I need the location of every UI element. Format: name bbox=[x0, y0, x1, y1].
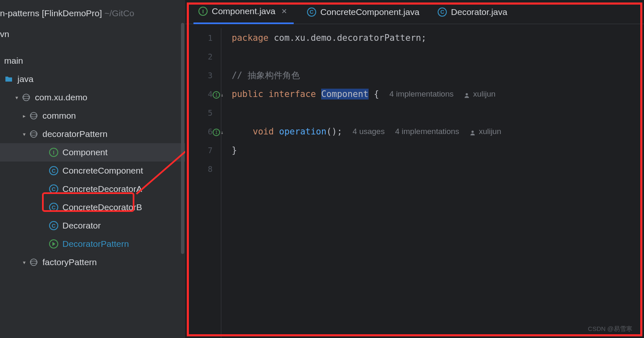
line-number[interactable]: 8 bbox=[185, 159, 221, 178]
tree-item-label: java bbox=[17, 74, 34, 84]
tree-item-component[interactable]: I Component bbox=[0, 143, 185, 162]
close-icon[interactable]: ✕ bbox=[280, 7, 289, 16]
interface-name: Component bbox=[321, 89, 369, 99]
class-icon: C bbox=[307, 7, 316, 17]
tree-item-decoratorpattern[interactable]: ▾ decoratorPattern bbox=[0, 125, 185, 143]
tree-item-pkg-root[interactable]: ▾ com.xu.demo bbox=[0, 88, 185, 107]
package-icon bbox=[29, 258, 38, 267]
svg-point-6 bbox=[30, 259, 37, 266]
svg-point-9 bbox=[466, 93, 468, 95]
tree-item-label: ConcreteDecoratorB bbox=[62, 202, 142, 212]
tree-item-decoratorpattern-class[interactable]: DecoratorPattern bbox=[0, 235, 185, 253]
tab-label: ConcreteComponent.java bbox=[320, 7, 419, 17]
code-line-6[interactable]: void operation(); 4 usages 4 implementat… bbox=[232, 122, 644, 141]
indent-line bbox=[221, 28, 221, 338]
tree-item-common[interactable]: ▸ common bbox=[0, 107, 185, 125]
keyword-void: void bbox=[253, 127, 274, 137]
tree-item-factorypattern[interactable]: ▾ factoryPattern bbox=[0, 253, 185, 271]
svg-point-4 bbox=[30, 131, 37, 137]
tree-item-java[interactable]: java bbox=[0, 70, 185, 88]
line-number[interactable]: 6 I↓ bbox=[185, 122, 221, 141]
editor-tabs: I Component.java ✕ C ConcreteComponent.j… bbox=[185, 0, 644, 24]
inlay-implementations[interactable]: 4 implementations bbox=[395, 127, 459, 136]
chevron-right-icon: ▸ bbox=[19, 113, 29, 119]
line-number[interactable]: 3 bbox=[185, 66, 221, 84]
chevron-down-icon: ▾ bbox=[12, 94, 22, 101]
chevron-down-icon: ▾ bbox=[19, 259, 29, 266]
tab-decorator[interactable]: C Decorator.java bbox=[433, 0, 512, 24]
project-path: ~/GitCo bbox=[104, 8, 134, 18]
project-root-row[interactable]: n-patterns [FlinkDemoPro] ~/GitCo bbox=[0, 4, 185, 22]
comment-text: // 抽象构件角色 bbox=[232, 70, 300, 81]
code-editor[interactable]: 1 2 3 4 I↓ 5 6 I↓ 7 8 package com.xu.dem… bbox=[185, 24, 644, 338]
svg-point-0 bbox=[23, 94, 30, 101]
project-name: n-patterns bbox=[0, 8, 40, 18]
tree-item-decorator[interactable]: C Decorator bbox=[0, 216, 185, 235]
keyword-interface: interface bbox=[269, 89, 316, 99]
interface-icon: I bbox=[198, 7, 208, 16]
module-name: [FlinkDemoPro] bbox=[42, 8, 102, 18]
code-line-7[interactable]: } bbox=[232, 141, 644, 159]
inlay-implementations[interactable]: 4 implementations bbox=[389, 89, 453, 99]
line-number[interactable]: 4 I↓ bbox=[185, 84, 221, 103]
tree-item-label: ConcreteDecoratorA bbox=[62, 184, 142, 194]
keyword-package: package bbox=[232, 33, 269, 43]
method-name: operation bbox=[279, 127, 327, 137]
tree-item[interactable]: vn bbox=[0, 25, 185, 43]
package-icon bbox=[29, 129, 38, 139]
class-icon: C bbox=[49, 184, 58, 194]
tab-component[interactable]: I Component.java ✕ bbox=[193, 0, 294, 24]
inlay-author[interactable]: xulijun bbox=[470, 127, 501, 136]
tree-item-label: com.xu.demo bbox=[35, 92, 87, 102]
tree-item-concretedecoratora[interactable]: C ConcreteDecoratorA bbox=[0, 180, 185, 198]
tree-item-label: DecoratorPattern bbox=[62, 239, 129, 249]
code-line-5[interactable] bbox=[232, 103, 644, 122]
person-icon bbox=[464, 91, 470, 97]
package-path: com.xu.demo.decoratorPattern; bbox=[269, 33, 426, 43]
watermark: CSDN @易雪寒 bbox=[588, 325, 632, 333]
parens: (); bbox=[327, 127, 342, 137]
tab-label: Component.java bbox=[212, 6, 275, 16]
line-number[interactable]: 7 bbox=[185, 141, 221, 159]
line-number[interactable]: 1 bbox=[185, 28, 221, 47]
tree-item-label: factoryPattern bbox=[42, 257, 97, 267]
svg-point-10 bbox=[471, 130, 473, 132]
code-line-4[interactable]: public interface Component { 4 implement… bbox=[232, 84, 644, 103]
package-icon bbox=[22, 93, 31, 102]
tree-item-label: common bbox=[42, 111, 76, 121]
code-line-8[interactable] bbox=[232, 159, 644, 178]
folder-icon bbox=[4, 75, 13, 84]
brace: } bbox=[232, 145, 237, 155]
tree-item-label: ConcreteComponent bbox=[62, 166, 143, 176]
runnable-class-icon bbox=[49, 239, 58, 249]
code-line-1[interactable]: package com.xu.demo.decoratorPattern; bbox=[232, 28, 644, 47]
code-content[interactable]: package com.xu.demo.decoratorPattern; //… bbox=[221, 24, 644, 338]
tree-item-label: Component bbox=[62, 147, 108, 157]
tab-concretecomponent[interactable]: C ConcreteComponent.java bbox=[302, 0, 424, 24]
svg-point-3 bbox=[30, 114, 37, 117]
project-tree: n-patterns [FlinkDemoPro] ~/GitCo vn mai… bbox=[0, 0, 185, 271]
inlay-author[interactable]: xulijun bbox=[464, 89, 495, 99]
tree-item-main[interactable]: main bbox=[0, 52, 185, 70]
keyword-public: public bbox=[232, 89, 263, 99]
inlay-usages[interactable]: 4 usages bbox=[353, 127, 385, 136]
sidebar-scrollbar[interactable] bbox=[181, 23, 184, 254]
person-icon bbox=[470, 129, 476, 134]
code-line-3[interactable]: // 抽象构件角色 bbox=[232, 66, 644, 84]
chevron-down-icon: ▾ bbox=[19, 131, 29, 137]
class-icon: C bbox=[49, 166, 58, 175]
tree-item-label: vn bbox=[0, 29, 9, 39]
tree-item-concretedecoratorb[interactable]: C ConcreteDecoratorB bbox=[0, 198, 185, 216]
package-icon bbox=[29, 111, 38, 120]
interface-icon: I bbox=[49, 148, 58, 157]
project-tree-panel: n-patterns [FlinkDemoPro] ~/GitCo vn mai… bbox=[0, 0, 185, 338]
tree-item-concretecomponent[interactable]: C ConcreteComponent bbox=[0, 162, 185, 180]
brace: { bbox=[369, 89, 379, 99]
class-icon: C bbox=[49, 203, 58, 212]
tree-item-label: decoratorPattern bbox=[42, 129, 107, 139]
line-number[interactable]: 2 bbox=[185, 47, 221, 66]
line-number[interactable]: 5 bbox=[185, 103, 221, 122]
svg-point-7 bbox=[30, 261, 37, 263]
tab-label: Decorator.java bbox=[451, 7, 507, 17]
code-line-2[interactable] bbox=[232, 47, 644, 66]
